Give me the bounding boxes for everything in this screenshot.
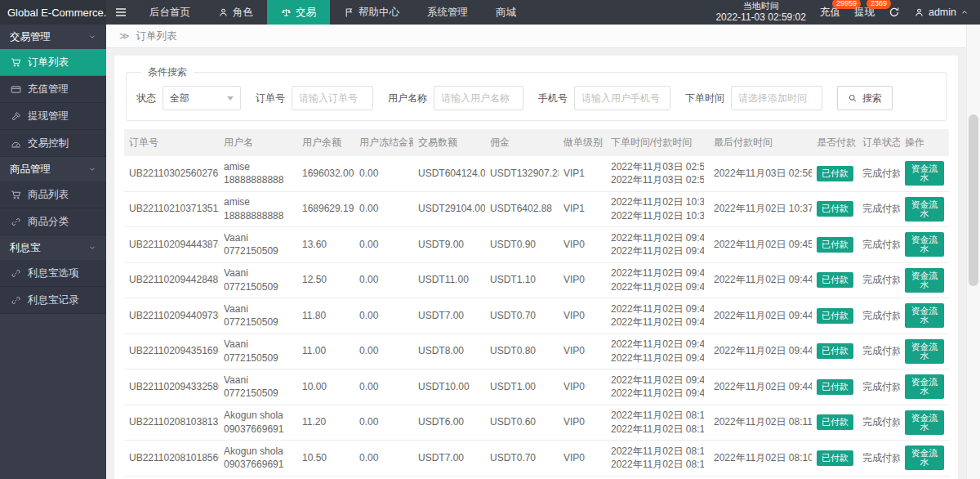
col-frozen: 用户冻结金额	[354, 129, 413, 156]
paid-badge: 已付款	[817, 166, 853, 181]
sidebar-item-trade-control[interactable]: 交易控制	[0, 130, 106, 157]
order-status: 完成付款	[862, 310, 900, 321]
order-id-filter: 订单号	[256, 86, 373, 110]
app-logo: Global E-Commerce...	[0, 0, 106, 25]
order-id: UB2211020943516989	[129, 345, 219, 356]
sidebar-item-withdraw[interactable]: 提现管理	[0, 103, 106, 130]
order-time-input[interactable]	[731, 86, 822, 110]
sidebar-group-trade[interactable]: 交易管理	[0, 25, 106, 49]
trade-amount: USDT29104.00	[418, 203, 485, 214]
order-time: 2022年11月03日 02:56:02	[611, 161, 704, 173]
sidebar: 交易管理 订单列表 充值管理 提现管理 交易控制 商品管理 商品列表 商品分类 …	[0, 25, 106, 479]
pay-time: 2022年11月03日 02:56:14	[611, 174, 704, 186]
user-phone: 09037669691	[224, 459, 292, 471]
user-balance: 10.00	[302, 381, 327, 392]
fund-flow-button[interactable]: 资金流水	[905, 339, 944, 364]
order-id: UB2211020944284823	[129, 274, 219, 285]
trade-amount: USDT9.00	[418, 239, 464, 250]
sidebar-group-interest[interactable]: 利息宝	[0, 235, 106, 260]
user-balance: 12.50	[302, 274, 327, 285]
order-status: 完成付款	[862, 416, 900, 428]
withdraw-link[interactable]: 提现 2369	[854, 6, 875, 20]
phone-input[interactable]	[574, 86, 670, 110]
order-id-input[interactable]	[292, 86, 373, 110]
vip-level: VIP0	[564, 274, 585, 285]
frozen-amount: 0.00	[359, 310, 378, 321]
user-phone: 0772150509	[224, 316, 292, 329]
withdraw-badge: 2369	[866, 0, 891, 9]
nav-system[interactable]: 系统管理	[413, 0, 482, 25]
username-input[interactable]	[434, 86, 523, 110]
vertical-scrollbar[interactable]	[966, 25, 980, 479]
sidebar-item-goods-category[interactable]: 商品分类	[0, 208, 106, 235]
search-button[interactable]: 搜索	[837, 86, 893, 110]
nav-roles[interactable]: 角色	[204, 0, 267, 25]
fund-flow-button[interactable]: 资金流水	[905, 303, 944, 328]
user-phone: 0772150509	[224, 352, 292, 365]
sidebar-item-order-list[interactable]: 订单列表	[0, 49, 106, 76]
order-id: UB2211020944438763	[129, 239, 219, 250]
order-time: 2022年11月02日 09:44:28	[611, 267, 704, 280]
chevron-down-icon	[88, 33, 96, 41]
refresh-icon[interactable]	[889, 7, 900, 18]
user-balance: 11.20	[302, 416, 326, 428]
sidebar-item-recharge[interactable]: 充值管理	[0, 76, 106, 103]
frozen-amount: 0.00	[359, 345, 378, 356]
paid-badge: 已付款	[817, 343, 853, 359]
user-name: amise	[224, 161, 292, 173]
local-time: 当地时间 2022-11-03 02:59:02	[715, 1, 806, 25]
link-icon	[11, 295, 21, 306]
vip-level: VIP0	[564, 381, 585, 392]
last-pay-time: 2022年11月02日 08:11:08	[714, 416, 812, 428]
fund-flow-button[interactable]: 资金流水	[905, 445, 944, 470]
flag-icon	[344, 7, 354, 18]
order-time-filter: 下单时间	[685, 86, 822, 110]
vip-level: VIP0	[564, 239, 585, 250]
col-balance: 用户余额	[297, 129, 354, 156]
sidebar-item-goods-list[interactable]: 商品列表	[0, 181, 106, 208]
user-balance: 1689629.19	[302, 203, 354, 214]
user-name: amise	[224, 196, 292, 208]
fund-flow-button[interactable]: 资金流水	[905, 197, 944, 222]
order-status: 完成付款	[862, 168, 900, 179]
vip-level: VIP0	[564, 310, 585, 321]
orders-tbody: UB2211030256027615 amise 18888888888 169…	[124, 156, 949, 479]
scrollbar-thumb[interactable]	[969, 114, 978, 286]
user-name: Vaani	[224, 232, 292, 244]
last-pay-time: 2022年11月02日 09:44:21	[714, 345, 812, 356]
last-pay-time: 2022年11月02日 09:44:58	[714, 274, 812, 285]
vip-level: VIP1	[564, 203, 585, 214]
sidebar-group-goods[interactable]: 商品管理	[0, 157, 106, 181]
col-order-id: 订单号	[124, 129, 219, 156]
user-menu[interactable]: admin	[914, 7, 969, 18]
vip-level: VIP0	[564, 345, 585, 356]
fund-flow-button[interactable]: 资金流水	[905, 410, 944, 435]
fund-flow-button[interactable]: 资金流水	[905, 268, 944, 293]
col-paid: 是否付款	[812, 129, 858, 156]
nav-trade[interactable]: 交易	[267, 0, 330, 25]
page-title: 订单列表	[136, 29, 177, 43]
order-status: 完成付款	[862, 345, 900, 356]
vip-level: VIP0	[564, 416, 585, 428]
sidebar-item-interest-records[interactable]: 利息宝记录	[0, 287, 106, 314]
paid-badge: 已付款	[817, 379, 853, 395]
nav-mall[interactable]: 商城	[482, 0, 530, 25]
status-select[interactable]: 全部	[163, 86, 241, 110]
trade-amount: USDT6.00	[418, 416, 464, 428]
nav-help-center[interactable]: 帮助中心	[330, 0, 413, 25]
filter-panel: 条件搜索 状态 全部 订单号 用户名称 手	[126, 65, 947, 121]
recharge-link[interactable]: 充值 29959	[820, 6, 840, 20]
pay-time: 2022年11月02日 08:10:46	[611, 423, 704, 436]
fund-flow-button[interactable]: 资金流水	[905, 161, 944, 186]
top-header: Global E-Commerce... 后台首页 角色 交易 帮助中心 系统管…	[0, 0, 980, 25]
status-filter: 状态 全部	[136, 86, 241, 110]
last-pay-time: 2022年11月02日 08:10:48	[714, 452, 812, 463]
fund-flow-button[interactable]: 资金流水	[905, 232, 944, 257]
fund-flow-button[interactable]: 资金流水	[905, 374, 944, 399]
orders-table: 订单号 用户名 用户余额 用户冻结金额 交易数额 佣金 做单级别 下单时间/付款…	[124, 129, 949, 479]
paid-badge: 已付款	[817, 272, 853, 288]
col-commission: 佣金	[485, 129, 559, 156]
menu-toggle-icon[interactable]	[106, 0, 136, 25]
nav-dashboard[interactable]: 后台首页	[136, 0, 204, 25]
sidebar-item-interest-options[interactable]: 利息宝选项	[0, 260, 106, 287]
